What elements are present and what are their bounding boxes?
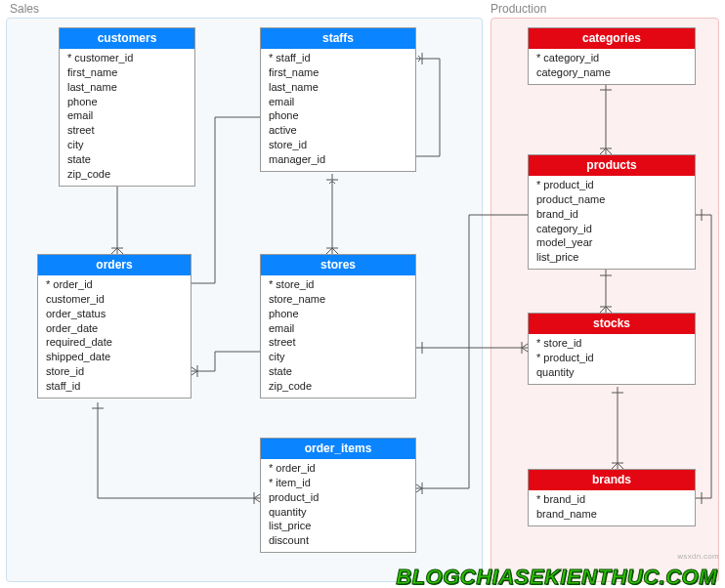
column: staff_id — [46, 379, 183, 394]
column: state — [67, 152, 187, 167]
entity-header: customers — [60, 28, 194, 49]
column: email — [269, 95, 407, 109]
column: store_id — [46, 364, 183, 379]
column: shipped_date — [46, 350, 183, 364]
entity-header: brands — [529, 470, 695, 490]
column: first_name — [269, 65, 407, 80]
entity-body: * store_id * product_id quantity — [529, 334, 695, 384]
entity-header: stocks — [529, 314, 695, 334]
column: store_id — [269, 138, 407, 152]
entity-header: categories — [529, 28, 695, 49]
column: email — [269, 321, 407, 336]
entity-body: * category_id category_name — [529, 49, 695, 84]
entity-header: orders — [38, 255, 191, 275]
column: state — [269, 364, 407, 379]
column: brand_id — [536, 207, 687, 222]
entity-customers: customers * customer_id first_name last_… — [59, 27, 195, 187]
column: active — [269, 123, 407, 138]
column: list_price — [269, 519, 407, 533]
entity-body: * staff_id first_name last_name email ph… — [261, 49, 415, 171]
column: product_id — [269, 490, 407, 505]
entity-body: * order_id * item_id product_id quantity… — [261, 459, 415, 552]
entity-body: * store_id store_name phone email street… — [261, 275, 415, 398]
column: * category_id — [536, 51, 687, 65]
column: phone — [269, 108, 407, 123]
column: model_year — [536, 235, 687, 250]
column: phone — [269, 307, 407, 321]
column: * item_id — [269, 476, 407, 490]
entity-stores: stores * store_id store_name phone email… — [260, 254, 416, 399]
entity-header: staffs — [261, 28, 415, 49]
entity-orders: orders * order_id customer_id order_stat… — [37, 254, 192, 399]
column: * product_id — [536, 351, 687, 365]
column: email — [67, 108, 187, 123]
column: * store_id — [536, 336, 687, 351]
column: store_name — [269, 292, 407, 307]
column: category_id — [536, 222, 687, 236]
column: * order_id — [46, 277, 183, 292]
column: last_name — [67, 80, 187, 95]
source-text: wsxdn.com — [677, 552, 719, 561]
column: order_status — [46, 307, 183, 321]
entity-order-items: order_items * order_id * item_id product… — [260, 438, 416, 553]
entity-header: stores — [261, 255, 415, 275]
column: quantity — [536, 365, 687, 380]
column: * product_id — [536, 178, 687, 192]
entity-staffs: staffs * staff_id first_name last_name e… — [260, 27, 416, 172]
watermark: BLOGCHIASEKIENTHUC.COM — [396, 565, 717, 588]
column: first_name — [67, 65, 187, 80]
column: order_date — [46, 321, 183, 336]
column: customer_id — [46, 292, 183, 307]
column: product_name — [536, 192, 687, 207]
column: required_date — [46, 335, 183, 350]
column: zip_code — [269, 379, 407, 394]
column: * customer_id — [67, 51, 187, 65]
entity-body: * order_id customer_id order_status orde… — [38, 275, 191, 398]
column: * order_id — [269, 461, 407, 476]
column: * staff_id — [269, 51, 407, 65]
entity-body: * product_id product_name brand_id categ… — [529, 176, 695, 269]
entity-categories: categories * category_id category_name — [528, 27, 696, 85]
column: zip_code — [67, 167, 187, 182]
column: phone — [67, 95, 187, 109]
entity-body: * brand_id brand_name — [529, 490, 695, 525]
column: street — [269, 335, 407, 350]
column: discount — [269, 533, 407, 548]
schema-label-sales: Sales — [10, 2, 39, 16]
column: * brand_id — [536, 492, 687, 507]
column: category_name — [536, 65, 687, 80]
column: city — [67, 138, 187, 152]
column: quantity — [269, 505, 407, 520]
column: city — [269, 350, 407, 364]
schema-label-production: Production — [490, 2, 546, 16]
column: brand_name — [536, 507, 687, 522]
entity-products: products * product_id product_name brand… — [528, 154, 696, 270]
entity-brands: brands * brand_id brand_name — [528, 469, 696, 526]
column: list_price — [536, 250, 687, 265]
column: last_name — [269, 80, 407, 95]
column: * store_id — [269, 277, 407, 292]
column: manager_id — [269, 152, 407, 167]
entity-stocks: stocks * store_id * product_id quantity — [528, 313, 696, 385]
entity-header: order_items — [261, 439, 415, 459]
column: street — [67, 123, 187, 138]
entity-header: products — [529, 155, 695, 176]
entity-body: * customer_id first_name last_name phone… — [60, 49, 194, 186]
